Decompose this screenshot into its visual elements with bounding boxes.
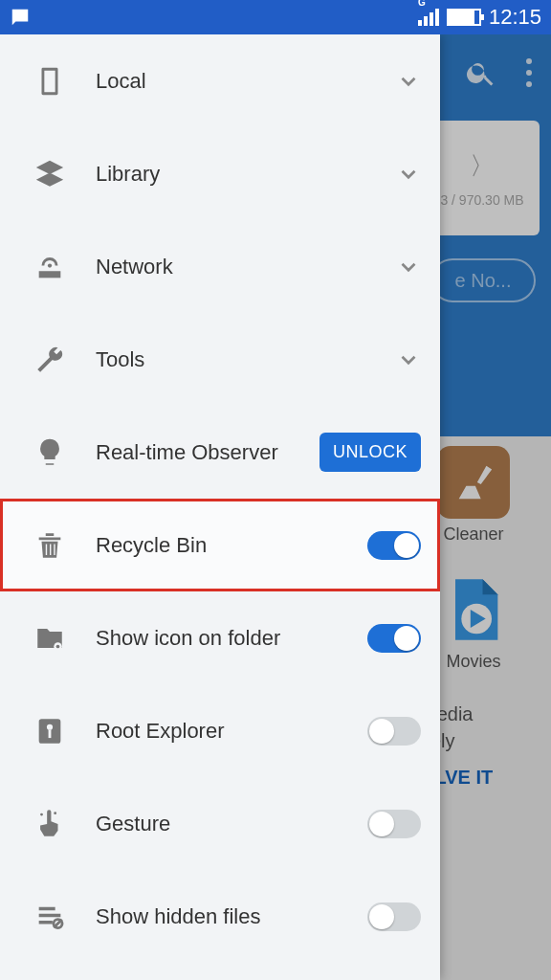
drawer-item-network[interactable]: Network (0, 220, 440, 313)
drawer-item-label: Show hidden files (96, 904, 367, 929)
chevron-down-icon (396, 162, 421, 187)
status-bar: G 12:15 (0, 0, 551, 34)
gesture-toggle[interactable] (367, 810, 421, 838)
drawer-item-local[interactable]: Local (0, 34, 440, 127)
svg-point-8 (54, 812, 56, 814)
drawer-item-label: Recycle Bin (96, 533, 367, 558)
drawer-item-hidden-files[interactable]: Show hidden files (0, 870, 440, 963)
chevron-down-icon (396, 69, 421, 94)
layers-icon (29, 153, 71, 195)
drawer-item-label: Local (96, 69, 396, 94)
drawer-item-label: Tools (96, 347, 396, 372)
bulb-icon (29, 432, 71, 474)
phone-icon (29, 60, 71, 102)
chevron-down-icon (396, 255, 421, 279)
signal-icon: G (418, 9, 439, 26)
drawer-item-gesture[interactable]: Gesture (0, 777, 440, 870)
drawer-item-label: Real-time Observer (96, 440, 320, 465)
drawer-item-show-icon[interactable]: Show icon on folder (0, 591, 440, 684)
clock: 12:15 (489, 5, 541, 30)
recycle-bin-toggle[interactable] (367, 531, 421, 560)
navigation-drawer: Local Library Network Tools (0, 34, 440, 980)
drawer-item-tools[interactable]: Tools (0, 313, 440, 406)
svg-rect-6 (49, 729, 52, 738)
show-icon-toggle[interactable] (367, 624, 421, 653)
key-icon (29, 710, 71, 752)
drawer-item-label: Gesture (96, 812, 367, 836)
wrench-icon (29, 339, 71, 381)
folder-eye-icon (29, 617, 71, 659)
drawer-item-label: Library (96, 162, 396, 187)
hidden-files-toggle[interactable] (367, 902, 421, 931)
drawer-item-label: Network (96, 255, 396, 279)
svg-point-3 (56, 644, 60, 648)
drawer-item-observer[interactable]: Real-time Observer UNLOCK (0, 406, 440, 499)
chevron-down-icon (396, 347, 421, 372)
svg-point-5 (47, 724, 53, 729)
notification-icon (10, 7, 31, 28)
drawer-item-label: Show icon on folder (96, 626, 367, 651)
drawer-item-recycle-bin[interactable]: Recycle Bin (0, 499, 440, 591)
svg-point-7 (40, 813, 43, 815)
trash-icon (29, 524, 71, 567)
svg-point-1 (48, 263, 52, 267)
drawer-item-label: Root Explorer (96, 719, 367, 744)
battery-icon (447, 9, 481, 26)
unlock-button[interactable]: UNLOCK (320, 433, 421, 472)
router-icon (29, 246, 71, 288)
root-explorer-toggle[interactable] (367, 717, 421, 746)
drawer-item-root-explorer[interactable]: Root Explorer (0, 684, 440, 777)
gesture-icon (29, 803, 71, 845)
hidden-files-icon (29, 896, 71, 938)
drawer-item-library[interactable]: Library (0, 127, 440, 220)
